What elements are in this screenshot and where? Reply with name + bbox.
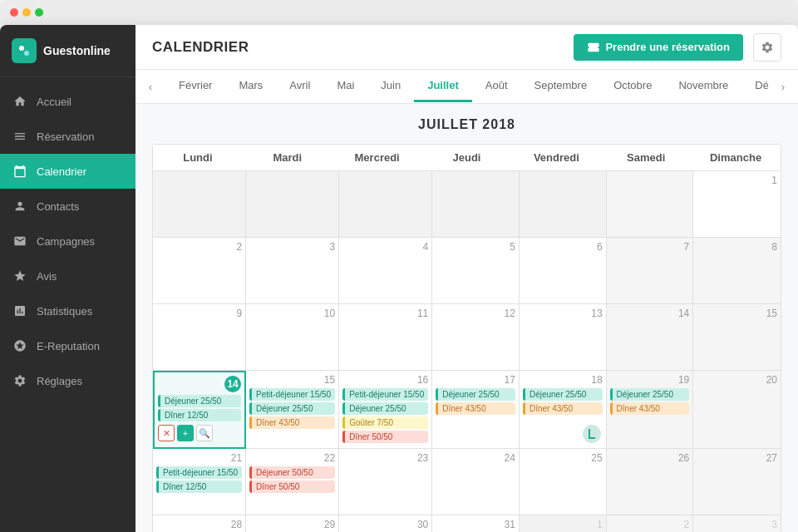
sidebar-item-avis[interactable]: Avis xyxy=(0,259,135,293)
event-jul21-din[interactable]: Dîner 43/50 xyxy=(610,402,690,415)
event-jul16-diner[interactable]: Dîner 12/50 xyxy=(158,409,241,421)
cal-cell-jul19[interactable]: 17 Déjeuner 25/50 Dîner 43/50 xyxy=(432,371,520,449)
cal-cell-jul27[interactable]: 25 xyxy=(520,449,607,515)
cal-cell-jul32[interactable]: 30 xyxy=(339,515,432,532)
cal-cell-jul8[interactable]: 8 xyxy=(693,238,781,304)
cal-cell-jul15[interactable]: 15 xyxy=(693,304,781,371)
sidebar-item-ereputation[interactable]: E-Reputation xyxy=(0,328,135,363)
cal-cell-jul10[interactable]: 10 xyxy=(246,304,339,371)
event-jul24-din[interactable]: Dîner 50/50 xyxy=(249,480,335,493)
sidebar-label-avis: Avis xyxy=(37,270,57,283)
sidebar-item-statistiques[interactable]: Statistiques xyxy=(0,293,135,328)
event-jul20-dej[interactable]: Déjeuner 25/50 xyxy=(523,388,603,401)
month-tab-novembre[interactable]: Novembre xyxy=(665,71,741,102)
calendar-header-row: Lundi Mardi Mercredi Jeudi Vendredi Same… xyxy=(153,145,781,171)
cal-cell-jul18[interactable]: 16 Petit-déjeuner 15/50 Déjeuner 25/50 G… xyxy=(339,371,432,449)
event-jul24-dej[interactable]: Déjeuner 50/50 xyxy=(249,466,335,479)
close-traffic-light[interactable] xyxy=(10,8,18,17)
event-jul20-din[interactable]: Dîner 43/50 xyxy=(523,402,603,415)
cal-cell-jul14[interactable]: 14 xyxy=(607,304,694,371)
cal-cell-jul1[interactable]: 1 xyxy=(693,171,781,238)
sidebar-item-accueil[interactable]: Accueil xyxy=(0,84,135,119)
cal-cell-jul33[interactable]: 31 xyxy=(432,515,520,532)
prev-month-arrow[interactable]: ‹ xyxy=(135,70,165,103)
month-tab-avril[interactable]: Avril xyxy=(276,71,323,102)
cal-cell-jul25[interactable]: 23 xyxy=(339,449,432,515)
cal-cell-aug1[interactable]: 1 xyxy=(520,515,607,532)
sidebar-item-campagnes[interactable]: Campagnes xyxy=(0,224,135,259)
cal-cell-jul24[interactable]: 22 Déjeuner 50/50 Dîner 50/50 xyxy=(246,449,339,515)
cal-cell-prev-thu[interactable] xyxy=(432,171,520,238)
month-tab-mai[interactable]: Mai xyxy=(323,71,367,102)
event-jul17-ptdej[interactable]: Petit-déjeuner 15/50 xyxy=(249,388,335,401)
cal-cell-jul29[interactable]: 27 xyxy=(693,449,781,515)
date-jul24: 22 xyxy=(249,452,335,464)
sidebar-item-reglages[interactable]: Réglages xyxy=(0,363,135,398)
event-jul19-dej[interactable]: Déjeuner 25/50 xyxy=(436,388,515,401)
month-tab-mars[interactable]: Mars xyxy=(225,71,276,102)
date-jul9: 9 xyxy=(156,308,242,319)
event-jul17-dej[interactable]: Déjeuner 25/50 xyxy=(249,402,335,415)
month-tab-decembre[interactable]: Décembre xyxy=(741,71,768,102)
event-jul23-ptdej[interactable]: Petit-déjeuner 15/50 xyxy=(156,466,242,479)
cal-cell-prev-wed[interactable] xyxy=(339,171,432,238)
month-tab-septembre[interactable]: Septembre xyxy=(521,71,601,102)
month-tab-juillet[interactable]: Juillet xyxy=(414,71,472,102)
next-month-arrow[interactable]: › xyxy=(768,70,798,103)
cal-cell-jul20[interactable]: 18 Déjeuner 25/50 Dîner 43/50 xyxy=(520,371,607,449)
sidebar-item-calendrier[interactable]: Calendrier xyxy=(0,154,135,189)
event-jul18-dej[interactable]: Déjeuner 25/50 xyxy=(342,402,428,415)
month-tab-aout[interactable]: Août xyxy=(472,71,521,102)
btn-settings[interactable] xyxy=(753,33,781,62)
cal-cell-jul26[interactable]: 24 xyxy=(432,449,520,515)
cell-action-close-jul16[interactable]: ✕ xyxy=(158,425,175,441)
cal-cell-jul13[interactable]: 13 xyxy=(520,304,607,371)
cal-cell-prev-tue[interactable] xyxy=(246,171,339,238)
event-jul16-dejeuner[interactable]: Déjeuner 25/50 xyxy=(158,395,241,407)
event-jul19-din[interactable]: Dîner 43/50 xyxy=(436,402,515,415)
event-jul18-gout[interactable]: Goûter 7/50 xyxy=(342,416,428,429)
minimize-traffic-light[interactable] xyxy=(22,8,31,17)
cal-cell-jul28[interactable]: 26 xyxy=(607,449,694,515)
cal-cell-aug3[interactable]: 3 xyxy=(693,515,781,532)
cal-cell-jul21[interactable]: 19 Déjeuner 25/50 Dîner 43/50 xyxy=(607,371,694,449)
cal-cell-jul6[interactable]: 6 xyxy=(520,238,607,304)
cal-cell-prev-mon[interactable] xyxy=(153,171,246,238)
main-content: CALENDRIER Prendre une réservation ‹ Fév… xyxy=(135,25,798,532)
cal-cell-jul17[interactable]: 15 Petit-déjeuner 15/50 Déjeuner 25/50 D… xyxy=(246,371,339,449)
month-tab-fevrier[interactable]: Février xyxy=(165,71,225,102)
cal-cell-jul4[interactable]: 4 xyxy=(339,238,432,304)
cal-cell-jul16-today[interactable]: 14 Déjeuner 25/50 Dîner 12/50 ✕ + 🔍 xyxy=(153,371,246,449)
cal-cell-jul2[interactable]: 2 xyxy=(153,238,246,304)
event-jul18-ptdej[interactable]: Petit-déjeuner 15/50 xyxy=(342,388,428,401)
month-tab-juin[interactable]: Juin xyxy=(367,71,414,102)
cell-action-add-jul16[interactable]: + xyxy=(177,425,194,441)
cal-cell-prev-fri[interactable] xyxy=(520,171,607,238)
sidebar-item-contacts[interactable]: Contacts xyxy=(0,189,135,224)
maximize-traffic-light[interactable] xyxy=(35,8,43,17)
cal-cell-jul3[interactable]: 3 xyxy=(246,238,339,304)
cal-cell-jul30[interactable]: 28 xyxy=(153,515,246,532)
reglages-icon xyxy=(12,372,28,389)
event-jul17-din[interactable]: Dîner 43/50 xyxy=(249,416,335,429)
calendar-body: 1 2 3 4 5 6 xyxy=(153,171,781,532)
cal-cell-prev-sat[interactable] xyxy=(607,171,694,238)
cal-cell-aug2[interactable]: 2 xyxy=(607,515,694,532)
cell-action-search-jul16[interactable]: 🔍 xyxy=(196,425,213,441)
btn-take-reservation[interactable]: Prendre une réservation xyxy=(574,34,743,61)
event-jul23-din[interactable]: Dîner 12/50 xyxy=(156,480,242,493)
month-tab-octobre[interactable]: Octobre xyxy=(600,71,665,102)
cal-cell-jul5[interactable]: 5 xyxy=(432,238,520,304)
event-jul21-dej[interactable]: Déjeuner 25/50 xyxy=(610,388,690,401)
cal-cell-jul31[interactable]: 29 xyxy=(246,515,339,532)
sidebar-item-reservation[interactable]: Réservation xyxy=(0,119,135,154)
cal-cell-jul11[interactable]: 11 xyxy=(339,304,432,371)
cursor-shape xyxy=(589,429,595,439)
date-jul5: 5 xyxy=(436,241,515,253)
cal-cell-jul23[interactable]: 21 Petit-déjeuner 15/50 Dîner 12/50 xyxy=(153,449,246,515)
cal-cell-jul12[interactable]: 12 xyxy=(432,304,520,371)
cal-cell-jul9[interactable]: 9 xyxy=(153,304,246,371)
cal-cell-jul7[interactable]: 7 xyxy=(607,238,694,304)
cal-cell-jul22[interactable]: 20 xyxy=(693,371,781,449)
event-jul18-din[interactable]: Dîner 50/50 xyxy=(342,431,428,443)
